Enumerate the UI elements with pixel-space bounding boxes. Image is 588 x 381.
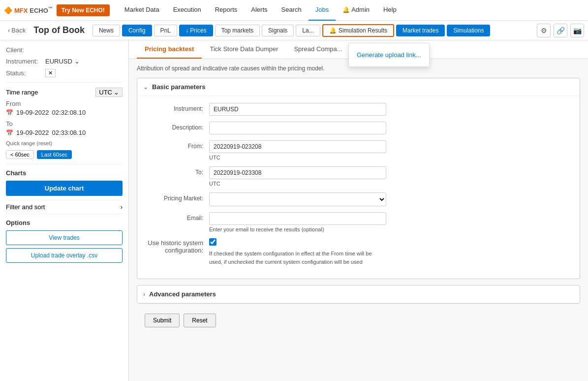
action-buttons: Submit Reset <box>137 310 580 331</box>
from-label: From <box>6 100 123 107</box>
quick-range-60sec[interactable]: < 60sec <box>6 150 34 159</box>
nav-admin[interactable]: 🔔 Admin <box>336 0 376 21</box>
to-form-label: To: <box>145 166 209 176</box>
from-input[interactable] <box>209 140 386 153</box>
nav-jobs[interactable]: Jobs <box>309 0 336 21</box>
tab-market-trades[interactable]: Market trades <box>396 25 445 36</box>
options-label: Options <box>6 219 123 226</box>
email-form-content: Enter your email to receive the results … <box>209 212 572 232</box>
second-nav: ‹ Back Top of Book News Config PnL ↓ Pri… <box>0 21 588 40</box>
use-historic-label: Use historic system configuration: <box>145 238 209 254</box>
page-title: Top of Book <box>33 25 85 35</box>
main-layout: Client: Instrument: EURUSD ⌄ Status: ✕ T… <box>0 40 588 381</box>
tab-config[interactable]: Config <box>122 25 152 36</box>
advanced-params-title: Advanced parameters <box>149 290 216 298</box>
use-historic-checkbox[interactable] <box>209 238 217 246</box>
content-tab-tick-store[interactable]: Tick Store Data Dumper <box>202 40 286 59</box>
right-content: Pricing backtest Tick Store Data Dumper … <box>129 40 588 381</box>
basic-params-title: Basic parameters <box>152 83 205 91</box>
logo-mfx: 🔶 MFX ECHO™ <box>4 6 53 14</box>
content-tab-pricing-backtest[interactable]: Pricing backtest <box>137 40 202 59</box>
tab-signals[interactable]: Signals <box>262 25 294 36</box>
tab-pnl[interactable]: PnL <box>154 25 177 36</box>
utc-badge[interactable]: UTC ⌄ <box>95 88 123 97</box>
tab-prices[interactable]: ↓ Prices <box>179 25 213 36</box>
filter-sort-chevron-icon: › <box>121 203 123 211</box>
tab-simulations[interactable]: Simulations <box>447 25 490 36</box>
tab-news[interactable]: News <box>93 25 120 36</box>
description-form-content <box>209 122 572 134</box>
nav-execution[interactable]: Execution <box>166 0 208 21</box>
instrument-select[interactable]: EURUSD ⌄ <box>45 58 80 65</box>
instrument-form-label: Instrument: <box>145 103 209 112</box>
nav-reports[interactable]: Reports <box>208 0 245 21</box>
nav-alerts[interactable]: Alerts <box>244 0 274 21</box>
to-input[interactable] <box>209 166 386 179</box>
pricing-market-select[interactable] <box>209 192 386 206</box>
status-label: Status: <box>6 69 45 77</box>
nav-items: Market Data Execution Reports Alerts Sea… <box>118 0 584 21</box>
filter-sort-row[interactable]: Filter and sort › <box>6 200 123 214</box>
time-range-row: Time range UTC ⌄ <box>6 88 123 97</box>
to-calendar-icon: 📅 <box>6 129 13 136</box>
pricing-market-form-row: Pricing Market: <box>145 192 572 206</box>
basic-params-chevron-icon: ⌄ <box>143 84 148 91</box>
utc-value: UTC <box>99 89 112 96</box>
divider-2 <box>6 164 123 164</box>
tab-top-markets[interactable]: Top markets <box>215 25 260 36</box>
dropdown-generate-link[interactable]: Generate upload link... <box>349 47 429 63</box>
instrument-input[interactable] <box>209 103 386 116</box>
from-form-content: UTC <box>209 140 572 160</box>
time-range-label: Time range <box>6 89 38 96</box>
instrument-row: Instrument: EURUSD ⌄ <box>6 58 123 65</box>
to-datetime[interactable]: 📅 19-09-2022 02:33:08.10 <box>6 129 123 136</box>
reset-button[interactable]: Reset <box>184 314 216 327</box>
pricing-market-content <box>209 192 572 206</box>
basic-params-header[interactable]: ⌄ Basic parameters <box>137 78 580 96</box>
quick-range-label: Quick range (reset) <box>6 140 123 146</box>
from-calendar-icon: 📅 <box>6 109 13 116</box>
pricing-market-label: Pricing Market: <box>145 192 209 202</box>
camera-icon[interactable]: 📷 <box>570 24 584 37</box>
tab-simulation-results[interactable]: Simulation Results <box>322 24 394 37</box>
tab-la[interactable]: La... <box>296 25 320 36</box>
email-form-row: Email: Enter your email to receive the r… <box>145 212 572 232</box>
status-row: Status: ✕ <box>6 69 123 77</box>
content-tab-spread[interactable]: Spread Compa... <box>286 40 350 59</box>
link-icon[interactable]: 🔗 <box>554 24 567 37</box>
upload-trade-button[interactable]: Upload trade overlay .csv <box>6 248 123 263</box>
use-historic-desc: If checked the system configuration in e… <box>209 250 386 266</box>
try-new-button[interactable]: Try New ECHO! <box>57 4 110 16</box>
email-hint: Enter your email to receive the results … <box>209 226 572 232</box>
quick-range-buttons: < 60sec Last 60sec <box>6 150 123 159</box>
charts-label: Charts <box>6 169 123 177</box>
from-form-row: From: UTC <box>145 140 572 160</box>
instrument-value: EURUSD <box>45 58 72 65</box>
from-date: 19-09-2022 <box>16 109 49 116</box>
email-form-label: Email: <box>145 212 209 222</box>
submit-button[interactable]: Submit <box>145 314 180 327</box>
top-nav: 🔶 MFX ECHO™ Try New ECHO! Market Data Ex… <box>0 0 588 21</box>
settings-icon[interactable]: ⚙ <box>537 24 551 37</box>
advanced-params-chevron-icon: › <box>143 291 145 298</box>
back-button[interactable]: ‹ Back <box>4 25 30 36</box>
status-x-button[interactable]: ✕ <box>45 69 56 77</box>
view-trades-button[interactable]: View trades <box>6 230 123 245</box>
nav-help[interactable]: Help <box>376 0 403 21</box>
from-datetime[interactable]: 📅 19-09-2022 02:32:08.10 <box>6 109 123 116</box>
description-form-row: Description: <box>145 122 572 134</box>
nav-market-data[interactable]: Market Data <box>118 0 166 21</box>
quick-range-last60sec[interactable]: Last 60sec <box>37 150 72 159</box>
nav-search[interactable]: Search <box>275 0 309 21</box>
from-time: 02:32:08.10 <box>52 109 86 116</box>
description-input[interactable] <box>209 122 386 134</box>
advanced-params-header[interactable]: › Advanced parameters <box>137 286 580 303</box>
instrument-label: Instrument: <box>6 58 45 65</box>
dropdown-popup: Generate upload link... <box>348 43 430 67</box>
update-chart-button[interactable]: Update chart <box>6 181 123 196</box>
description-form-label: Description: <box>145 122 209 131</box>
divider-1 <box>6 82 123 83</box>
email-input[interactable] <box>209 212 386 225</box>
form-area: Attribution of spread and indicative rat… <box>129 59 588 337</box>
to-date: 19-09-2022 <box>16 129 49 136</box>
